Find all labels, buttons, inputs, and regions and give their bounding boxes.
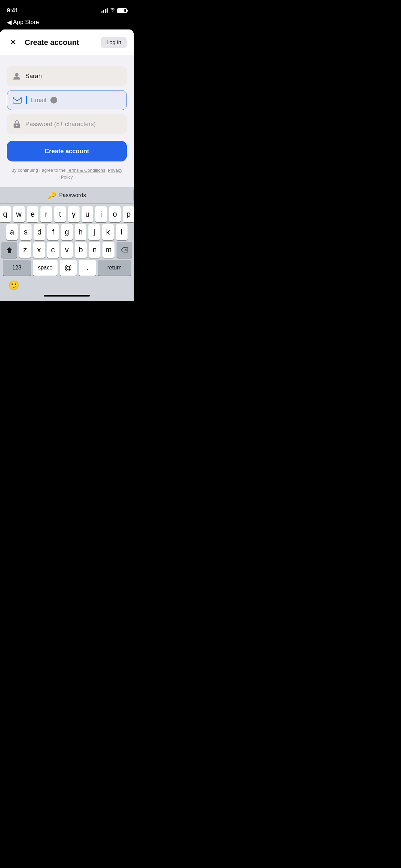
key-c[interactable]: c [47,242,59,258]
terms-conditions-link[interactable]: Terms & Conditions [67,168,106,173]
svg-point-0 [15,73,19,76]
key-a[interactable]: a [6,224,18,240]
key-icon: 🔑 [48,191,56,200]
numbers-key[interactable]: 123 [3,260,31,276]
lock-icon [12,120,21,129]
terms-prefix: By continuing I agree to the [11,168,67,173]
toolbar-divider-right [133,190,134,201]
login-button[interactable]: Log in [101,37,127,48]
key-row-2: a s d f g h j k l [1,224,132,240]
page-title: Create account [25,38,79,47]
key-m[interactable]: m [102,242,114,258]
close-button[interactable]: ✕ [7,36,19,49]
close-icon: ✕ [10,38,16,47]
key-q[interactable]: q [0,206,11,222]
key-x[interactable]: x [33,242,45,258]
key-row-1: q w e r t y u i o p [1,206,132,222]
space-key[interactable]: space [33,260,58,276]
key-h[interactable]: h [75,224,86,240]
key-f[interactable]: f [47,224,59,240]
password-input-placeholder: Password (8+ characters) [25,121,96,128]
spacer [0,180,134,187]
name-input-value: Sarah [25,73,121,80]
password-field[interactable]: Password (8+ characters) [7,114,127,134]
key-o[interactable]: o [109,206,121,222]
create-account-button[interactable]: Create account [7,141,127,161]
header-left: ✕ Create account [7,36,79,49]
status-time: 9:41 [7,7,18,14]
key-row-4: 123 space @ . return [1,260,132,276]
key-s[interactable]: s [20,224,32,240]
key-b[interactable]: b [75,242,87,258]
text-cursor [26,96,27,104]
email-input-placeholder: Email [31,97,46,104]
delete-key[interactable] [117,242,132,258]
toolbar-divider-left [0,190,0,201]
mail-icon [13,96,22,105]
keyboard-keys: q w e r t y u i o p a s d f g [0,204,134,277]
form-area: Sarah Email [0,55,134,134]
keyboard-toolbar: 🔑 Passwords [0,187,134,204]
key-j[interactable]: j [88,224,100,240]
page-header: ✕ Create account Log in [0,29,134,55]
signal-bars-icon [101,9,108,13]
clear-button[interactable] [50,97,57,104]
nav-back[interactable]: ◀ App Store [0,16,134,29]
key-d[interactable]: d [34,224,45,240]
email-field[interactable]: Email [7,90,127,110]
status-bar: 9:41 [0,0,134,16]
key-v[interactable]: v [61,242,73,258]
name-field[interactable]: Sarah [7,66,127,86]
dot-key[interactable]: . [79,260,96,276]
svg-point-3 [16,125,17,126]
create-account-label: Create account [45,148,89,155]
passwords-toolbar-button[interactable]: 🔑 Passwords [48,191,86,200]
key-g[interactable]: g [61,224,73,240]
key-l[interactable]: l [116,224,127,240]
back-label: App Store [13,19,39,26]
keyboard: 🔑 Passwords q w e r t y u i o [0,187,134,301]
status-icons [101,8,127,13]
key-r[interactable]: r [40,206,52,222]
key-i[interactable]: i [95,206,107,222]
user-icon [12,72,21,81]
shift-key[interactable] [1,242,17,258]
content-area: ✕ Create account Log in Sarah [0,29,134,301]
key-row-3: z x c v b n m [1,242,132,258]
key-k[interactable]: k [102,224,114,240]
svg-rect-1 [13,97,21,103]
back-arrow-icon: ◀ [7,19,12,26]
key-u[interactable]: u [82,206,93,222]
at-key[interactable]: @ [60,260,77,276]
return-key[interactable]: return [98,260,131,276]
key-w[interactable]: w [13,206,25,222]
key-e[interactable]: e [27,206,38,222]
key-p[interactable]: p [123,206,134,222]
key-t[interactable]: t [54,206,66,222]
emoji-button[interactable]: 🙂 [7,278,21,292]
keyboard-bottom: 🙂 [0,277,134,295]
home-indicator [44,295,90,297]
terms-text: By continuing I agree to the Terms & Con… [7,167,127,180]
key-z[interactable]: z [19,242,31,258]
wifi-icon [110,8,115,13]
battery-icon [117,8,127,13]
passwords-label: Passwords [59,192,86,198]
key-y[interactable]: y [68,206,80,222]
key-n[interactable]: n [89,242,101,258]
